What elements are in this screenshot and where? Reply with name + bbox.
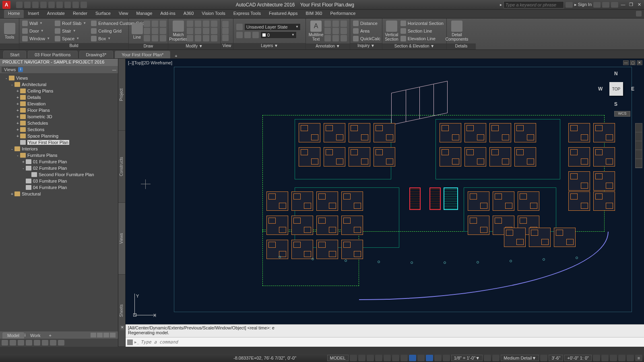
arc-icon[interactable] [160, 21, 166, 27]
nav-tool-8-icon[interactable] [58, 340, 64, 346]
nav-info-icon[interactable]: i [18, 67, 23, 72]
sb-annomonitor-icon[interactable] [443, 355, 450, 361]
command-input[interactable] [139, 339, 644, 345]
sb-snap-icon[interactable] [358, 355, 365, 361]
ribbon-tab-view[interactable]: View [115, 10, 132, 18]
cut-plane-field[interactable]: 3'-6" [549, 355, 563, 361]
panel-title-details[interactable]: Details [447, 43, 476, 49]
view-cube[interactable]: N S E W TOP [598, 71, 634, 107]
infocenter-icon[interactable] [566, 2, 573, 8]
sb-custom-icon[interactable] [627, 355, 634, 361]
current-layer-dropdown[interactable]: 0▼ [260, 31, 297, 39]
sb-menu-icon[interactable]: ≡ [635, 355, 642, 361]
spine-views[interactable]: Views [118, 203, 125, 275]
ribbon-tab-insert[interactable]: Insert [24, 10, 43, 18]
table-icon[interactable] [341, 21, 347, 27]
tree-node[interactable]: +Ceiling Plans [1, 88, 117, 94]
ribbon-tab-surface[interactable]: Surface [91, 10, 115, 18]
wcs-dropdown[interactable]: WCS [614, 111, 630, 117]
coordinate-readout[interactable]: -8.08337E+02, 76'-6 7/32", 0'-0" [233, 356, 296, 360]
anno-scale-dropdown[interactable]: 1/8" = 1'-0" ▼ [451, 355, 483, 361]
trim-icon[interactable] [211, 21, 217, 27]
tree-node[interactable]: +01 Furniture Plan [1, 158, 117, 165]
checkin-icon-3[interactable] [103, 333, 109, 337]
line-button[interactable]: Line [130, 19, 144, 43]
window-minimize-icon[interactable]: — [620, 2, 626, 8]
polyline-icon[interactable] [144, 21, 150, 27]
qat-undo-icon[interactable] [48, 2, 55, 8]
panel-title-view[interactable]: View [221, 43, 233, 49]
ribbon-tab-featured-apps[interactable]: Featured Apps [265, 10, 302, 18]
view-1-icon[interactable] [222, 21, 229, 27]
viewcube-top-face[interactable]: TOP [609, 82, 623, 96]
move-icon[interactable] [187, 21, 193, 27]
panel-title-draw[interactable]: Draw [129, 43, 168, 49]
scale-icon[interactable] [203, 28, 209, 34]
nav-wheel-icon[interactable] [636, 123, 642, 132]
layout-tab-model[interactable]: Model [2, 332, 24, 339]
window-button[interactable]: Window▼ [21, 35, 51, 42]
spine-sheets[interactable]: Sheets [118, 275, 125, 347]
file-tab-start[interactable]: Start [3, 51, 26, 58]
panel-title-annotation[interactable]: Annotation ▼ [306, 43, 350, 49]
leader-icon[interactable] [332, 21, 339, 27]
space-toggle[interactable]: MODEL [327, 355, 349, 361]
spine-constructs[interactable]: Constructs [118, 131, 125, 203]
viewport[interactable]: [–][Top][2D Wireframe] — ▢ ✕ [126, 59, 644, 324]
point-icon[interactable] [152, 35, 158, 41]
layout-tab-work[interactable]: Work [25, 332, 45, 339]
nav-collapse-icon[interactable]: — [112, 68, 116, 72]
file-tab-3[interactable]: Your First Floor Plan* [115, 51, 170, 58]
cmd-handle-icon[interactable] [127, 339, 133, 345]
match-properties-button[interactable]: Match Properties [170, 19, 187, 43]
sb-lwt-icon[interactable] [417, 355, 425, 361]
distance-button[interactable]: Distance [352, 20, 382, 27]
tree-node[interactable]: +Isometric 3D [1, 113, 117, 120]
file-tab-1[interactable]: 03 Floor Partitions [28, 51, 77, 58]
nav-zoom-icon[interactable] [636, 141, 642, 150]
nav-tool-2-icon[interactable] [10, 340, 16, 346]
detail-level-dropdown[interactable]: Medium Detail ▼ [501, 355, 539, 361]
tree-node[interactable]: -Architectural [1, 81, 117, 88]
tree-node[interactable]: +Structural [1, 191, 117, 197]
file-tab-2[interactable]: Drawing3* [79, 51, 114, 58]
expand-icon[interactable]: + [15, 108, 20, 113]
expand-icon[interactable]: - [15, 153, 20, 158]
explode-icon[interactable] [203, 35, 209, 41]
sign-in-link[interactable]: ▸ Sign In [574, 2, 592, 7]
stretch-icon[interactable] [195, 28, 201, 34]
expand-icon[interactable]: + [15, 102, 20, 106]
nav-showmotion-icon[interactable] [636, 159, 642, 168]
layout-tab-add-icon[interactable]: + [46, 332, 54, 339]
spline-icon[interactable] [144, 35, 150, 41]
help-search-input[interactable] [504, 1, 564, 8]
expand-icon[interactable]: + [21, 160, 26, 164]
command-history[interactable]: ✕ [All/Center/Dynamic/Extents/Previous/S… [126, 324, 644, 337]
panel-title-section[interactable]: Section & Elevation ▼ [382, 43, 446, 49]
title-icon[interactable] [341, 35, 347, 41]
sb-cutplane-icon[interactable] [540, 355, 547, 361]
ribbon-tab-a360[interactable]: A360 [180, 10, 198, 18]
nav-tool-7-icon[interactable] [50, 340, 56, 346]
panel-title-modify[interactable]: Modify ▼ [168, 43, 220, 49]
stair-button[interactable]: Stair▼ [54, 27, 87, 35]
tree-node[interactable]: -Views [1, 75, 117, 81]
sb-clean-icon[interactable] [618, 355, 625, 361]
door-button[interactable]: Door▼ [21, 27, 51, 35]
qat-print-icon[interactable] [40, 2, 47, 8]
qat-redo-icon[interactable] [56, 2, 63, 8]
expand-icon[interactable]: + [10, 192, 14, 196]
app-logo[interactable]: A [2, 1, 10, 9]
layer-lock-icon[interactable] [252, 32, 259, 38]
tree-node[interactable]: Second Floor Furniture Plan [1, 171, 117, 178]
vp-minimize-icon[interactable]: — [623, 60, 629, 65]
space-button[interactable]: Space▼ [54, 35, 87, 42]
exchange-icon[interactable] [593, 2, 601, 8]
nav-tool-6-icon[interactable] [42, 340, 48, 346]
qat-new-icon[interactable] [16, 2, 23, 8]
roof-slab-button[interactable]: Roof Slab▼ [54, 20, 87, 27]
expand-icon[interactable]: - [10, 147, 14, 151]
tree-node[interactable]: +Space Planning [1, 133, 117, 139]
viewcube-e[interactable]: E [631, 86, 634, 92]
hatch-icon[interactable] [152, 28, 158, 34]
